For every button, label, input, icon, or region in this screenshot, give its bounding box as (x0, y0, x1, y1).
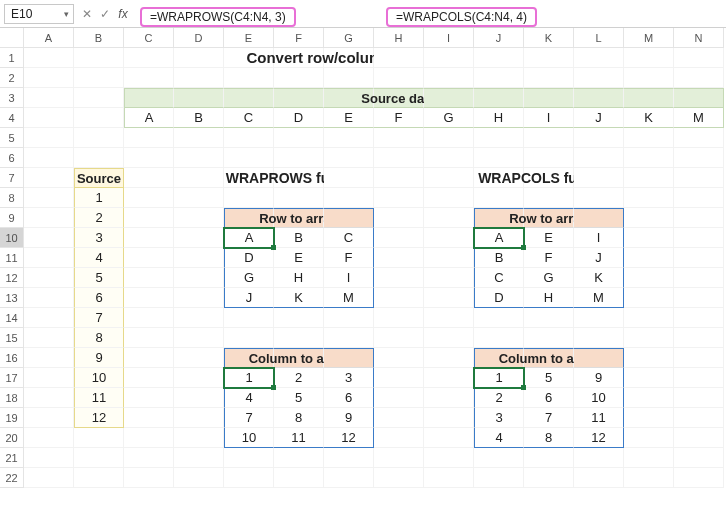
cell[interactable] (424, 368, 474, 388)
cell[interactable] (524, 448, 574, 468)
cell[interactable] (174, 348, 224, 368)
cell[interactable] (574, 468, 624, 488)
source-col-cell[interactable]: 6 (74, 288, 124, 308)
cell[interactable] (374, 468, 424, 488)
cell[interactable] (74, 68, 124, 88)
cell[interactable] (624, 348, 674, 368)
table-cell[interactable]: 11 (574, 408, 624, 428)
col-header[interactable]: C (124, 28, 174, 48)
source-data-header[interactable]: Source data (374, 88, 424, 108)
table-cell[interactable]: 4 (224, 388, 274, 408)
source-row-cell[interactable]: G (424, 108, 474, 128)
cell[interactable] (374, 308, 424, 328)
cell[interactable] (474, 68, 524, 88)
source-col-cell[interactable]: 3 (74, 228, 124, 248)
cell[interactable] (624, 388, 674, 408)
table-cell[interactable]: 1 (474, 368, 524, 388)
cell[interactable] (674, 148, 724, 168)
cell[interactable] (674, 348, 724, 368)
cell[interactable] (124, 388, 174, 408)
cell[interactable] (274, 468, 324, 488)
table-cell[interactable]: 7 (224, 408, 274, 428)
cell[interactable] (674, 268, 724, 288)
cell[interactable] (174, 308, 224, 328)
source-col-cell[interactable]: 4 (74, 248, 124, 268)
source-col-cell[interactable]: 8 (74, 328, 124, 348)
cell[interactable] (24, 468, 74, 488)
cell[interactable] (24, 68, 74, 88)
cell[interactable] (24, 48, 74, 68)
table-cell[interactable]: 3 (474, 408, 524, 428)
table-cell[interactable]: C (324, 228, 374, 248)
col-header[interactable]: F (274, 28, 324, 48)
source-col-cell[interactable]: 5 (74, 268, 124, 288)
cell[interactable] (74, 128, 124, 148)
cell[interactable] (374, 408, 424, 428)
cell[interactable] (674, 428, 724, 448)
cell[interactable] (674, 328, 724, 348)
table-cell[interactable]: H (524, 288, 574, 308)
cell[interactable] (624, 428, 674, 448)
source-col-cell[interactable]: 2 (74, 208, 124, 228)
wraprows-title[interactable]: WRAPROWS function (274, 168, 324, 188)
cell[interactable] (324, 128, 374, 148)
cell[interactable] (24, 228, 74, 248)
table-cell[interactable]: M (324, 288, 374, 308)
cell[interactable] (224, 448, 274, 468)
table-cell[interactable]: D (224, 248, 274, 268)
cell[interactable] (174, 188, 224, 208)
cell[interactable] (124, 48, 174, 68)
cell[interactable] (624, 368, 674, 388)
cell[interactable] (674, 368, 724, 388)
cell[interactable] (674, 408, 724, 428)
source-col-cell[interactable]: 12 (74, 408, 124, 428)
cell[interactable] (74, 448, 124, 468)
table-cell[interactable]: K (274, 288, 324, 308)
cell[interactable] (124, 88, 174, 108)
cell[interactable] (124, 168, 174, 188)
cell[interactable] (324, 468, 374, 488)
col-header[interactable]: E (224, 28, 274, 48)
cell[interactable] (374, 428, 424, 448)
cell[interactable] (524, 148, 574, 168)
table-cell[interactable]: 5 (274, 388, 324, 408)
row-header[interactable]: 14 (0, 308, 24, 328)
cell[interactable] (124, 368, 174, 388)
cell[interactable] (674, 308, 724, 328)
cell[interactable] (574, 48, 624, 68)
cell[interactable] (574, 188, 624, 208)
formula-input[interactable]: =WRAPROWS(C4:N4, 3) =WRAPCOLS(C4:N4, 4) (136, 4, 722, 24)
row-header[interactable]: 9 (0, 208, 24, 228)
cell[interactable] (624, 468, 674, 488)
row-header[interactable]: 18 (0, 388, 24, 408)
cell[interactable] (624, 268, 674, 288)
source-row-cell[interactable]: H (474, 108, 524, 128)
row-header[interactable]: 10 (0, 228, 24, 248)
col-header[interactable]: H (374, 28, 424, 48)
cell[interactable] (624, 208, 674, 228)
cell[interactable] (624, 328, 674, 348)
cell[interactable] (624, 248, 674, 268)
cell[interactable] (424, 168, 474, 188)
cell[interactable] (674, 388, 724, 408)
cell[interactable] (474, 308, 524, 328)
row-header[interactable]: 5 (0, 128, 24, 148)
cell[interactable] (674, 208, 724, 228)
table-cell[interactable]: 1 (224, 368, 274, 388)
cell[interactable] (624, 408, 674, 428)
row-header[interactable]: 20 (0, 428, 24, 448)
cell[interactable] (24, 448, 74, 468)
row-header[interactable]: 19 (0, 408, 24, 428)
cell[interactable] (274, 308, 324, 328)
row-header[interactable]: 22 (0, 468, 24, 488)
cell[interactable] (124, 468, 174, 488)
table-cell[interactable]: 8 (274, 408, 324, 428)
cell[interactable] (424, 228, 474, 248)
cell[interactable] (74, 48, 124, 68)
cell[interactable] (524, 328, 574, 348)
cell[interactable] (574, 148, 624, 168)
cell[interactable] (624, 228, 674, 248)
cell[interactable] (274, 88, 324, 108)
cell[interactable] (674, 468, 724, 488)
cell[interactable] (24, 328, 74, 348)
